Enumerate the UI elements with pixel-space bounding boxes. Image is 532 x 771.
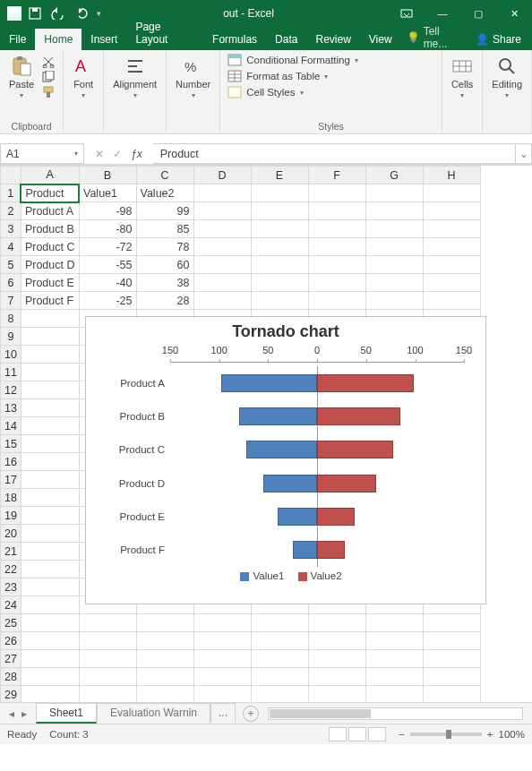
cell-styles-button[interactable]: Cell Styles▾ [227, 86, 358, 99]
cell-B7[interactable]: -25 [79, 292, 136, 310]
cell-C1[interactable]: Value2 [136, 184, 193, 202]
col-header-H[interactable]: H [423, 167, 480, 184]
col-header-G[interactable]: G [365, 167, 423, 184]
cell-A16[interactable] [21, 453, 79, 471]
cell-E4[interactable] [251, 238, 308, 256]
cell-A18[interactable] [21, 489, 79, 507]
cell-C25[interactable] [136, 614, 193, 632]
page-layout-view-button[interactable] [348, 727, 366, 741]
cell-A8[interactable] [21, 310, 79, 328]
add-sheet-button[interactable]: + [243, 706, 259, 722]
row-header-13[interactable]: 13 [1, 399, 21, 417]
cell-D3[interactable] [193, 220, 251, 238]
cell-B4[interactable]: -72 [79, 238, 136, 256]
cell-F25[interactable] [308, 614, 365, 632]
cell-A9[interactable] [21, 328, 79, 346]
cell-H4[interactable] [423, 238, 480, 256]
row-header-4[interactable]: 4 [1, 238, 21, 256]
cell-G25[interactable] [365, 614, 423, 632]
cell-F5[interactable] [308, 256, 365, 274]
tab-review[interactable]: Review [306, 29, 359, 50]
cell-A28[interactable] [21, 668, 79, 686]
formula-input[interactable]: Product [153, 143, 516, 164]
cell-G29[interactable] [365, 686, 423, 703]
cell-F2[interactable] [308, 202, 365, 220]
cell-D27[interactable] [193, 650, 251, 668]
cell-F27[interactable] [308, 650, 365, 668]
cell-F3[interactable] [308, 220, 365, 238]
format-as-table-button[interactable]: Format as Table▾ [227, 70, 358, 82]
row-header-19[interactable]: 19 [1, 507, 21, 525]
zoom-out-button[interactable]: − [399, 729, 405, 740]
zoom-value[interactable]: 100% [499, 729, 525, 740]
cell-E26[interactable] [251, 632, 308, 650]
cell-A23[interactable] [21, 578, 79, 596]
cell-A12[interactable] [21, 381, 79, 399]
row-header-12[interactable]: 12 [1, 381, 21, 399]
row-header-3[interactable]: 3 [1, 220, 21, 238]
cell-C2[interactable]: 99 [136, 202, 193, 220]
cell-H27[interactable] [423, 650, 480, 668]
cell-G1[interactable] [365, 184, 423, 202]
cell-D7[interactable] [193, 292, 251, 310]
cell-A17[interactable] [21, 471, 79, 489]
cell-B1[interactable]: Value1 [79, 184, 136, 202]
cell-F28[interactable] [308, 668, 365, 686]
editing-button[interactable]: Editing▾ [490, 54, 524, 101]
cell-A15[interactable] [21, 435, 79, 453]
cell-D25[interactable] [193, 614, 251, 632]
row-header-17[interactable]: 17 [1, 471, 21, 489]
cell-A7[interactable]: Product F [21, 292, 79, 310]
enter-icon[interactable]: ✓ [113, 148, 122, 160]
cell-E7[interactable] [251, 292, 308, 310]
col-header-E[interactable]: E [251, 167, 308, 184]
cell-A11[interactable] [21, 364, 79, 381]
cell-A26[interactable] [21, 632, 79, 650]
row-header-27[interactable]: 27 [1, 650, 21, 668]
sheet-tab-more[interactable]: ... [210, 703, 236, 724]
cell-A24[interactable] [21, 596, 79, 614]
cell-H25[interactable] [423, 614, 480, 632]
cell-H29[interactable] [423, 686, 480, 703]
cell-D28[interactable] [193, 668, 251, 686]
cell-C26[interactable] [136, 632, 193, 650]
cell-G27[interactable] [365, 650, 423, 668]
cell-A4[interactable]: Product C [21, 238, 79, 256]
font-button[interactable]: A Font▾ [71, 54, 96, 101]
tab-insert[interactable]: Insert [82, 29, 126, 50]
cell-A6[interactable]: Product E [21, 274, 79, 292]
cell-A1[interactable]: Product [21, 184, 79, 202]
col-header-B[interactable]: B [79, 167, 136, 184]
cell-A10[interactable] [21, 346, 79, 364]
row-header-11[interactable]: 11 [1, 364, 21, 381]
save-icon[interactable] [29, 7, 41, 20]
row-header-20[interactable]: 20 [1, 525, 21, 543]
col-header-F[interactable]: F [308, 167, 365, 184]
cell-D26[interactable] [193, 632, 251, 650]
row-header-9[interactable]: 9 [1, 328, 21, 346]
cell-C27[interactable] [136, 650, 193, 668]
cell-D5[interactable] [193, 256, 251, 274]
col-header-A[interactable]: A [21, 167, 79, 184]
tab-data[interactable]: Data [266, 29, 306, 50]
cell-F29[interactable] [308, 686, 365, 703]
row-header-24[interactable]: 24 [1, 596, 21, 614]
cell-B3[interactable]: -80 [79, 220, 136, 238]
cell-B2[interactable]: -98 [79, 202, 136, 220]
row-header-22[interactable]: 22 [1, 561, 21, 578]
embedded-chart[interactable]: Tornado chart 15010050050100150 Product … [85, 316, 486, 604]
undo-icon[interactable] [48, 7, 68, 20]
normal-view-button[interactable] [329, 727, 347, 741]
cell-H1[interactable] [423, 184, 480, 202]
cell-G28[interactable] [365, 668, 423, 686]
format-painter-icon[interactable] [41, 86, 56, 99]
horizontal-scrollbar[interactable] [268, 707, 523, 720]
zoom-slider[interactable] [410, 732, 482, 736]
cell-C3[interactable]: 85 [136, 220, 193, 238]
cell-E6[interactable] [251, 274, 308, 292]
conditional-formatting-button[interactable]: Conditional Formatting▾ [227, 54, 358, 66]
cell-F1[interactable] [308, 184, 365, 202]
close-button[interactable]: ✕ [496, 0, 532, 27]
cell-G5[interactable] [365, 256, 423, 274]
cells-button[interactable]: Cells▾ [450, 54, 475, 101]
